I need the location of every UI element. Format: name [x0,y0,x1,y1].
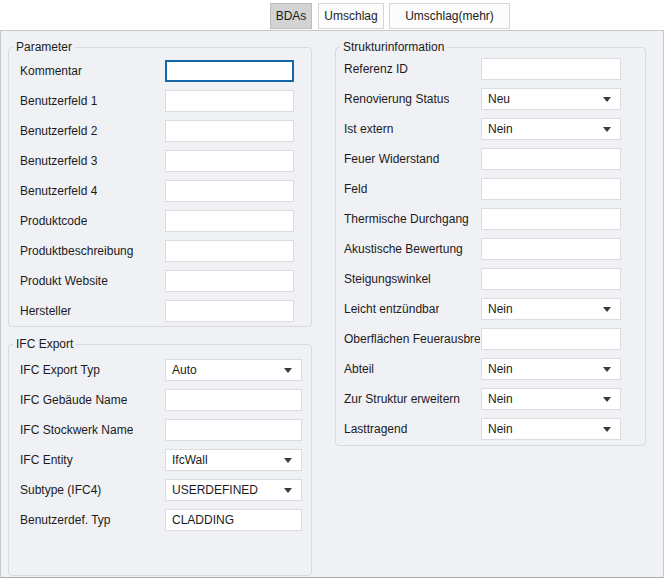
dropdown-value: USERDEFINED [166,483,284,497]
produkt-website-input[interactable] [165,270,294,292]
dropdown-value: IfcWall [166,453,284,467]
parameter-rows: KommentarBenutzerfeld 1Benutzerfeld 2Ben… [9,48,311,322]
thermische-durchgang-input[interactable] [481,208,621,230]
abteil-label: Abteil [344,362,374,376]
chevron-down-icon [603,97,611,102]
ifc-stockwerk-name-input[interactable] [165,419,302,441]
form-row: IFC EntityIfcWall [9,449,311,471]
form-row: Produkt Website [9,270,311,292]
form-row: Benutzerfeld 2 [9,120,311,142]
produktbeschreibung-input[interactable] [165,240,294,262]
benutzerfeld-4-label: Benutzerfeld 4 [20,184,97,198]
form-row: Thermische Durchgang [336,208,645,230]
subtype-ifc4-label: Subtype (IFC4) [20,483,101,497]
produktcode-label: Produktcode [20,214,87,228]
form-row: Subtype (IFC4)USERDEFINED [9,479,311,501]
dropdown-value: Nein [482,392,603,406]
dropdown-value: Nein [482,122,603,136]
chevron-down-icon [284,368,292,373]
form-row: Feld [336,178,645,200]
zur-struktur-erweitern-dropdown[interactable]: Nein [481,388,621,410]
produktcode-input[interactable] [165,210,294,232]
form-row: Benutzerdef. Typ [9,509,311,531]
referenz-id-label: Referenz ID [344,62,408,76]
form-row: IFC Export TypAuto [9,359,311,381]
hersteller-input[interactable] [165,300,294,322]
form-row: Renovierung StatusNeu [336,88,645,110]
chevron-down-icon [284,458,292,463]
lasttragend-dropdown[interactable]: Nein [481,418,621,440]
oberflachen-feuerausbreitung-input[interactable] [481,328,621,350]
referenz-id-input[interactable] [481,58,621,80]
ifc-export-typ-label: IFC Export Typ [20,363,100,377]
subtype-ifc4-dropdown[interactable]: USERDEFINED [165,479,302,501]
form-row: Ist externNein [336,118,645,140]
chevron-down-icon [603,127,611,132]
chevron-down-icon [603,427,611,432]
ist-extern-dropdown[interactable]: Nein [481,118,621,140]
form-row: Produktcode [9,210,311,232]
leicht-entzundbar-dropdown[interactable]: Nein [481,298,621,320]
leicht-entzundbar-label: Leicht entzündbar [344,302,439,316]
benutzerfeld-1-input[interactable] [165,90,294,112]
feld-label: Feld [344,182,367,196]
benutzerdef-typ-input[interactable] [165,509,302,531]
ifc-export-rows: IFC Export TypAutoIFC Gebäude NameIFC St… [9,345,311,531]
form-row: Steigungswinkel [336,268,645,290]
form-row: Benutzerfeld 1 [9,90,311,112]
ifc-stockwerk-name-label: IFC Stockwerk Name [20,423,133,437]
form-row: Kommentar [9,60,311,82]
abteil-dropdown[interactable]: Nein [481,358,621,380]
ifc-export-typ-dropdown[interactable]: Auto [165,359,302,381]
kommentar-label: Kommentar [20,64,82,78]
steigungswinkel-input[interactable] [481,268,621,290]
ifc-gebaude-name-label: IFC Gebäude Name [20,393,127,407]
form-row: Feuer Widerstand [336,148,645,170]
benutzerdef-typ-label: Benutzerdef. Typ [20,513,111,527]
dropdown-value: Nein [482,362,603,376]
form-row: Akustische Bewertung [336,238,645,260]
zur-struktur-erweitern-label: Zur Struktur erweitern [344,392,460,406]
form-row: Leicht entzündbarNein [336,298,645,320]
tab-umschlag-mehr[interactable]: Umschlag(mehr) [389,3,510,29]
oberflachen-feuerausbreitung-label: Oberflächen Feuerausbreitung [344,332,480,346]
benutzerfeld-3-input[interactable] [165,150,294,172]
akustische-bewertung-input[interactable] [481,238,621,260]
kommentar-input[interactable] [165,60,294,82]
produkt-website-label: Produkt Website [20,274,108,288]
form-row: Produktbeschreibung [9,240,311,262]
strukturinformation-group: Strukturinformation Referenz IDRenovieru… [335,47,646,446]
hersteller-label: Hersteller [20,304,71,318]
chevron-down-icon [284,488,292,493]
chevron-down-icon [603,367,611,372]
renovierung-status-label: Renovierung Status [344,92,449,106]
dropdown-value: Auto [166,363,284,377]
form-row: LasttragendNein [336,418,645,440]
form-row: Oberflächen Feuerausbreitung [336,328,645,350]
chevron-down-icon [603,397,611,402]
renovierung-status-dropdown[interactable]: Neu [481,88,621,110]
produktbeschreibung-label: Produktbeschreibung [20,244,133,258]
ifc-export-group: IFC Export IFC Export TypAutoIFC Gebäude… [8,344,312,576]
dropdown-value: Neu [482,92,603,106]
form-row: AbteilNein [336,358,645,380]
benutzerfeld-2-input[interactable] [165,120,294,142]
ifc-gebaude-name-input[interactable] [165,389,302,411]
form-row: IFC Gebäude Name [9,389,311,411]
feld-input[interactable] [481,178,621,200]
form-row: Referenz ID [336,58,645,80]
feuer-widerstand-input[interactable] [481,148,621,170]
dialog-window: BDAs Umschlag Umschlag(mehr) Parameter K… [0,0,671,584]
benutzerfeld-3-label: Benutzerfeld 3 [20,154,97,168]
parameter-group: Parameter KommentarBenutzerfeld 1Benutze… [8,47,312,327]
form-row: Benutzerfeld 3 [9,150,311,172]
akustische-bewertung-label: Akustische Bewertung [344,242,463,256]
tab-bdas[interactable]: BDAs [270,3,312,29]
benutzerfeld-4-input[interactable] [165,180,294,202]
lasttragend-label: Lasttragend [344,422,407,436]
ist-extern-label: Ist extern [344,122,393,136]
form-row: Benutzerfeld 4 [9,180,311,202]
tab-umschlag[interactable]: Umschlag [318,3,384,29]
ifc-entity-dropdown[interactable]: IfcWall [165,449,302,471]
form-row: Zur Struktur erweiternNein [336,388,645,410]
